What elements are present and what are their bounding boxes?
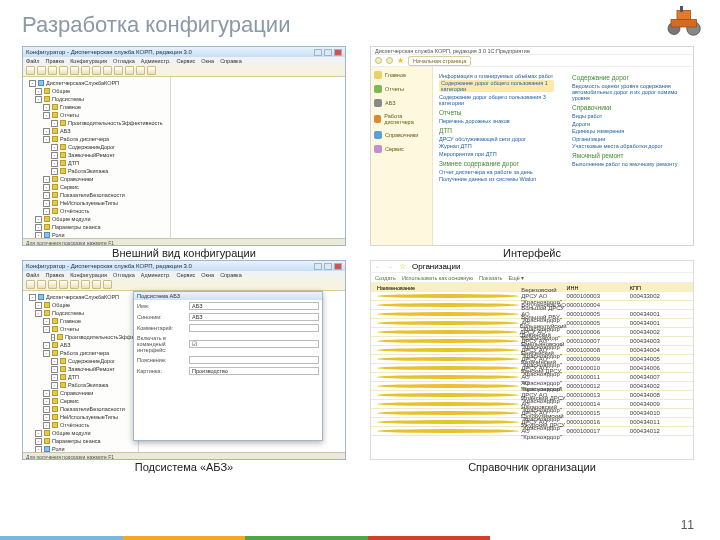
nav-link[interactable]: Дороги: [572, 121, 687, 127]
column-header[interactable]: КПП: [630, 285, 693, 291]
nav-link[interactable]: Информация о планируемых объёмах работ: [439, 73, 554, 79]
tree-item[interactable]: -СодержаниеДорог: [25, 357, 136, 365]
nav-link[interactable]: Содержание дорог общего пользования 3 ка…: [439, 94, 554, 106]
toolbar-button[interactable]: Использовать как основную: [402, 275, 473, 281]
tree-item[interactable]: -Общие модули: [25, 429, 136, 437]
maximize-icon[interactable]: [324, 263, 332, 270]
menu-item[interactable]: Администр.: [141, 58, 171, 64]
tree-item[interactable]: -Главное: [25, 103, 168, 111]
table-row[interactable]: Ужурский ДРСУ АО "Красноярдор"0000100017…: [371, 427, 693, 436]
tree-item[interactable]: -Работа диспетчера: [25, 135, 168, 143]
browser-sidebar[interactable]: ГлавноеОтчетыАБЗРабота диспетчераСправоч…: [371, 67, 433, 245]
tree-item[interactable]: -Справочники: [25, 389, 136, 397]
menu-item[interactable]: Справка: [220, 272, 242, 278]
tree-item[interactable]: -ДиспетчерскаяСлужбаКОРП: [25, 79, 168, 87]
tree-item[interactable]: -ДиспетчерскаяСлужбаКОРП: [25, 293, 136, 301]
nav-link[interactable]: Получение данных из системы Wialon: [439, 176, 554, 182]
toolbar-button[interactable]: Показать: [479, 275, 502, 281]
minimize-icon[interactable]: [314, 263, 322, 270]
nav-link[interactable]: Отчет диспетчера на работе за день: [439, 169, 554, 175]
favorite-icon[interactable]: ☆: [399, 262, 406, 271]
config-tree[interactable]: -ДиспетчерскаяСлужбаКОРП-Общие-Подсистем…: [23, 77, 171, 245]
org-toolbar[interactable]: СоздатьИспользовать как основнуюПоказать…: [371, 273, 693, 283]
sidebar-item[interactable]: АБЗ: [374, 99, 429, 107]
nav-fwd-icon[interactable]: →: [387, 264, 393, 270]
tree-item[interactable]: -ПоказателиБезопасности: [25, 405, 136, 413]
menu-item[interactable]: Правка: [46, 58, 65, 64]
nav-link[interactable]: Виды работ: [572, 113, 687, 119]
toolbar-button[interactable]: Создать: [375, 275, 396, 281]
tree-item[interactable]: -Работа диспетчера: [25, 349, 136, 357]
property-input[interactable]: ☑: [189, 340, 319, 348]
nav-link[interactable]: Организации: [572, 136, 687, 142]
property-input[interactable]: АБЗ: [189, 313, 319, 321]
nav-link[interactable]: Единицы измерения: [572, 128, 687, 134]
tree-item[interactable]: -Общие: [25, 301, 136, 309]
nav-link[interactable]: Мероприятия при ДТП: [439, 151, 554, 157]
minimize-icon[interactable]: [314, 49, 322, 56]
tree-item[interactable]: -АБЗ: [25, 127, 168, 135]
nav-link[interactable]: Перечень дорожных знаков: [439, 118, 554, 124]
column-header[interactable]: ИНН: [567, 285, 630, 291]
table-row[interactable]: Березовский ДРСУ АО "Красноярдор"0000100…: [371, 292, 693, 301]
toolbar[interactable]: [23, 65, 345, 77]
tree-item[interactable]: -Подсистемы: [25, 309, 136, 317]
start-page-button[interactable]: Начальная страница: [408, 56, 471, 66]
menubar[interactable]: ФайлПравкаКонфигурацияОтладкаАдминистр.С…: [23, 271, 345, 279]
menu-item[interactable]: Конфигурация: [70, 272, 107, 278]
sidebar-item[interactable]: Работа диспетчера: [374, 113, 429, 125]
menu-item[interactable]: Отладка: [113, 272, 135, 278]
tree-item[interactable]: -Справочники: [25, 175, 168, 183]
menu-item[interactable]: Отладка: [113, 58, 135, 64]
nav-link[interactable]: Содержание дорог общего пользования 1 ка…: [439, 80, 554, 92]
nav-fwd-icon[interactable]: [386, 57, 393, 64]
sidebar-item[interactable]: Отчеты: [374, 85, 429, 93]
tree-item[interactable]: -Параметры сеанса: [25, 437, 136, 445]
property-input[interactable]: АБЗ: [189, 302, 319, 310]
tree-item[interactable]: -ПроизводительностьЭффективность: [25, 333, 136, 341]
toolbar-button[interactable]: Ещё ▾: [508, 275, 524, 281]
sidebar-item[interactable]: Справочники: [374, 131, 429, 139]
tree-item[interactable]: -СодержаниеДорог: [25, 143, 168, 151]
tree-item[interactable]: -ЗаявочныйРемонт: [25, 365, 136, 373]
menu-item[interactable]: Справка: [220, 58, 242, 64]
menu-item[interactable]: Сервис: [177, 272, 196, 278]
tree-item[interactable]: -НеИспользуемыеТипы: [25, 199, 168, 207]
sidebar-item[interactable]: Главное: [374, 71, 429, 79]
tree-item[interactable]: -ДТП: [25, 159, 168, 167]
nav-back-icon[interactable]: [375, 57, 382, 64]
tree-item[interactable]: -Отчеты: [25, 111, 168, 119]
menu-item[interactable]: Сервис: [177, 58, 196, 64]
menu-item[interactable]: Правка: [46, 272, 65, 278]
menu-item[interactable]: Файл: [26, 272, 40, 278]
close-icon[interactable]: [334, 263, 342, 270]
tree-item[interactable]: -ДТП: [25, 373, 136, 381]
nav-link[interactable]: Участковые места обработки дорог: [572, 143, 687, 149]
config-tree[interactable]: -ДиспетчерскаяСлужбаКОРП-Общие-Подсистем…: [23, 291, 139, 459]
sidebar-item[interactable]: Сервис: [374, 145, 429, 153]
favorite-icon[interactable]: ★: [397, 56, 404, 65]
tree-item[interactable]: -Главное: [25, 317, 136, 325]
nav-link[interactable]: ДРСУ обслуживающей сети дорог: [439, 136, 554, 142]
tree-item[interactable]: -ПроизводительностьЭффективность: [25, 119, 168, 127]
tree-item[interactable]: -Отчётность: [25, 207, 168, 215]
tree-item[interactable]: -Подсистемы: [25, 95, 168, 103]
menu-item[interactable]: Конфигурация: [70, 58, 107, 64]
tree-item[interactable]: -РаботаЭкипажа: [25, 381, 136, 389]
nav-link[interactable]: Ведомость оценки уровня содержания автом…: [572, 83, 687, 101]
tree-item[interactable]: -ПоказателиБезопасности: [25, 191, 168, 199]
property-input[interactable]: [189, 324, 319, 332]
tree-item[interactable]: -РаботаЭкипажа: [25, 167, 168, 175]
menu-item[interactable]: Окна: [201, 58, 214, 64]
tree-item[interactable]: -АБЗ: [25, 341, 136, 349]
menu-item[interactable]: Файл: [26, 58, 40, 64]
tree-item[interactable]: -Сервис: [25, 183, 168, 191]
tree-item[interactable]: -Общие: [25, 87, 168, 95]
menubar[interactable]: ФайлПравкаКонфигурацияОтладкаАдминистр.С…: [23, 57, 345, 65]
tree-item[interactable]: -Отчётность: [25, 421, 136, 429]
property-input[interactable]: [189, 356, 319, 364]
nav-link[interactable]: Журнал ДТП: [439, 143, 554, 149]
menu-item[interactable]: Администр.: [141, 272, 171, 278]
nav-back-icon[interactable]: ←: [375, 264, 381, 270]
maximize-icon[interactable]: [324, 49, 332, 56]
